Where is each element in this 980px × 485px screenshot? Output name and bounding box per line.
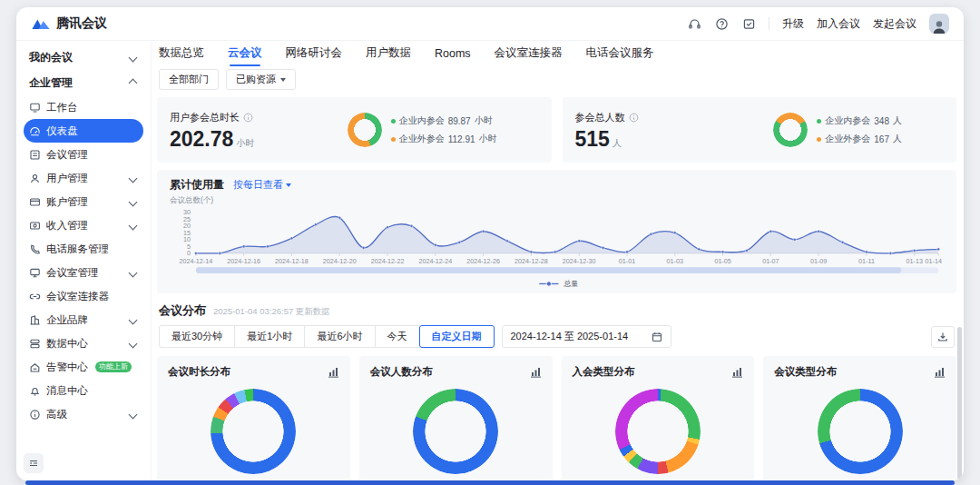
income-manage-icon <box>29 220 41 232</box>
meeting-type-donut-chart[interactable] <box>818 389 903 474</box>
tab-cloud-meeting[interactable]: 云会议 <box>228 43 262 64</box>
chevron-down-icon <box>129 197 138 206</box>
tab-webinar[interactable]: 网络研讨会 <box>286 43 343 64</box>
sidebar-item-income-manage[interactable]: 收入管理 <box>24 213 143 237</box>
sidebar-item-phone-service[interactable]: 电话服务管理 <box>24 237 143 261</box>
svg-text:2024-12-26: 2024-12-26 <box>466 257 500 265</box>
bar-chart-toggle-icon[interactable] <box>731 367 743 378</box>
sidebar-item-user-manage[interactable]: 用户管理 <box>24 166 143 190</box>
tab-phone-meeting-service[interactable]: 电话会议服务 <box>586 43 654 64</box>
chevron-down-icon <box>129 268 138 277</box>
sidebar: 我的会议 企业管理 工作台 仪表盘 会议管理 用户管理 <box>16 41 152 480</box>
legend-dot <box>817 137 821 142</box>
sidebar-item-dashboard[interactable]: 仪表盘 <box>24 119 143 143</box>
sidebar-item-label: 企业品牌 <box>46 313 88 327</box>
dist-card-participant-count: 会议人数分布 类型 数量 占比 1-2人 180 80.72% <box>359 356 553 480</box>
top-header: 腾讯会议 升级 加入会议 发起会议 <box>16 7 964 41</box>
tab-data-overview[interactable]: 数据总览 <box>159 43 204 64</box>
stat-title: 用户参会总时长 <box>170 111 240 124</box>
sidebar-item-rooms-manage[interactable]: 会议室管理 <box>24 261 143 284</box>
sidebar-item-brand[interactable]: 企业品牌 <box>24 308 143 332</box>
user-avatar[interactable] <box>929 14 949 34</box>
stat-card-duration: 用户参会总时长 202.78小时 企业内参会 89.87 小时 <box>157 97 552 163</box>
resource-filter-label: 已购资源 <box>236 73 276 86</box>
sidebar-group-my-meetings[interactable]: 我的会议 <box>24 45 143 70</box>
sidebar-item-message-center[interactable]: 消息中心 <box>24 379 143 402</box>
info-icon[interactable] <box>243 113 253 123</box>
bar-chart-toggle-icon[interactable] <box>530 367 542 378</box>
bar-chart-toggle-icon[interactable] <box>328 367 339 378</box>
advanced-icon <box>29 409 41 421</box>
scrollbar-thumb[interactable] <box>957 327 962 480</box>
legend-value: 348 <box>874 116 889 126</box>
chevron-down-icon <box>129 53 138 62</box>
range-today-button[interactable]: 今天 <box>375 325 420 348</box>
headset-icon[interactable] <box>687 16 701 31</box>
sidebar-item-rooms-connector[interactable]: 会议室连接器 <box>24 284 143 308</box>
distribution-header: 会议分布 2025-01-04 03:26:57 更新数据 <box>157 302 956 319</box>
svg-text:2024-12-14: 2024-12-14 <box>179 257 212 265</box>
info-icon[interactable] <box>629 113 639 123</box>
data-center-icon <box>29 338 41 350</box>
feedback-icon[interactable] <box>741 16 756 31</box>
download-button[interactable] <box>931 326 955 348</box>
tab-rooms[interactable]: Rooms <box>435 45 471 63</box>
sidebar-item-data-center[interactable]: 数据中心 <box>24 332 143 355</box>
svg-text:01-13: 01-13 <box>906 257 923 265</box>
legend-unit: 人 <box>893 133 902 145</box>
range-1h-button[interactable]: 最近1小时 <box>234 325 305 348</box>
usage-area-chart[interactable]: 0510152025302024-12-142024-12-162024-12-… <box>170 206 944 290</box>
svg-text:2024-12-28: 2024-12-28 <box>514 257 548 265</box>
range-custom-button[interactable]: 自定义日期 <box>419 325 495 348</box>
help-icon[interactable] <box>714 16 729 31</box>
rooms-manage-icon <box>29 267 41 279</box>
stat-value: 515 <box>575 127 610 151</box>
svg-text:01-11: 01-11 <box>858 257 875 265</box>
upgrade-link[interactable]: 升级 <box>782 16 804 32</box>
sidebar-item-account-manage[interactable]: 账户管理 <box>24 190 143 213</box>
dist-card-meeting-type: 会议类型分布 类型 数量 占比 快速会议 157 70.40% <box>763 356 956 480</box>
legend-unit: 人 <box>893 114 902 127</box>
view-by-day-toggle[interactable]: 按每日查看 <box>233 178 291 192</box>
join-type-donut-chart[interactable] <box>615 389 701 474</box>
legend-dot <box>817 119 821 124</box>
legend-external: 企业外参会 167 人 <box>817 133 902 145</box>
distribution-updated-timestamp: 2025-01-04 03:26:57 更新数据 <box>213 306 330 318</box>
tab-rooms-connector[interactable]: 会议室连接器 <box>495 43 563 64</box>
sidebar-group-label: 我的会议 <box>29 50 73 65</box>
join-meeting-link[interactable]: 加入会议 <box>817 16 860 32</box>
svg-text:2024-12-24: 2024-12-24 <box>418 257 452 265</box>
legend-label: 企业内参会 <box>825 114 870 127</box>
new-feature-badge: 功能上新 <box>95 361 132 372</box>
dist-card-title: 会议类型分布 <box>774 365 837 379</box>
meeting-duration-donut-chart[interactable] <box>211 389 296 474</box>
sidebar-item-workbench[interactable]: 工作台 <box>24 95 143 119</box>
svg-text:2024-12-20: 2024-12-20 <box>323 257 357 265</box>
distribution-cards: 会议时长分布 类型 数量 占比 0-15分钟 165 73.99% <box>157 356 956 480</box>
svg-text:2024-12-22: 2024-12-22 <box>371 257 405 265</box>
range-30min-button[interactable]: 最近30分钟 <box>159 325 235 348</box>
department-filter-button[interactable]: 全部部门 <box>159 69 219 90</box>
svg-text:01-03: 01-03 <box>667 257 683 265</box>
sidebar-group-enterprise[interactable]: 企业管理 <box>24 70 143 95</box>
sidebar-item-label: 消息中心 <box>46 384 88 398</box>
bar-chart-toggle-icon[interactable] <box>934 367 946 378</box>
participant-count-donut-chart[interactable] <box>413 389 498 474</box>
tab-user-data[interactable]: 用户数据 <box>366 43 411 64</box>
start-meeting-link[interactable]: 发起会议 <box>873 16 916 32</box>
sidebar-collapse-button[interactable] <box>24 453 44 473</box>
chevron-up-icon <box>129 78 138 87</box>
range-6h-button[interactable]: 最近6小时 <box>304 325 375 348</box>
sidebar-item-advanced[interactable]: 高级 <box>24 402 143 426</box>
stat-value: 202.78 <box>170 127 233 151</box>
stat-unit: 人 <box>612 138 622 148</box>
date-range-input[interactable]: 2024-12-14 至 2025-01-14 <box>502 325 672 348</box>
resource-filter-button[interactable]: 已购资源 <box>226 69 296 90</box>
filter-row: 全部部门 已购资源 <box>157 69 956 90</box>
sidebar-item-meeting-manage[interactable]: 会议管理 <box>24 143 143 166</box>
sidebar-item-label: 数据中心 <box>46 337 88 351</box>
header-actions: 升级 加入会议 发起会议 <box>687 14 949 34</box>
duration-donut-chart <box>348 113 382 147</box>
sidebar-item-alert-center[interactable]: 告警中心 功能上新 <box>24 355 143 379</box>
distribution-title: 会议分布 <box>159 302 206 319</box>
